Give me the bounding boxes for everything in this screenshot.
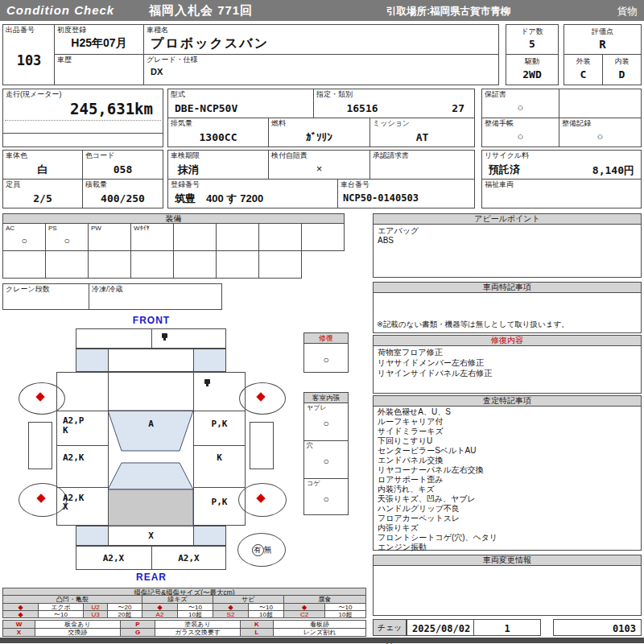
equipment-cell xyxy=(216,223,259,251)
rear-corner-right xyxy=(193,526,226,546)
cell-model-code: 型式 DBE-NCP50V xyxy=(167,89,314,118)
cell-chassis: 車台番号 NCP50-0140503 xyxy=(337,179,475,208)
score-label: 評価点 xyxy=(564,27,641,37)
displacement-label: 排気量 xyxy=(171,119,192,127)
cell-warranty: 保証書 ○ xyxy=(481,89,559,118)
check-code-cell: 0103 xyxy=(553,619,642,636)
vehicle-notes-box: 車両特記事項 ※記載のない書類・機器等は無しとして取り扱います。 xyxy=(373,282,642,333)
fuel-value: ｶﾞｿﾘﾝ xyxy=(269,131,369,143)
cell-color-code: 色コード 058 xyxy=(82,150,163,180)
legend-cell: 10超 xyxy=(248,610,284,618)
assessment-item: ハンドルグリップ不良 xyxy=(378,504,638,514)
check-label-cell: チェック xyxy=(373,619,407,636)
model-name-value: プロボックスバン xyxy=(151,35,269,52)
approval-label: 承認請求書 xyxy=(373,151,409,159)
panel-mark-left-front-door-2: K xyxy=(63,426,68,435)
body-line-quarter-r xyxy=(193,487,246,488)
panel-mark-back-panel: X xyxy=(108,531,194,540)
cabin-lining-title: 客室内張 xyxy=(304,393,348,403)
cabin-row-label: コゲ xyxy=(307,480,320,488)
body-line-door-l xyxy=(56,445,108,446)
designation-value-1: 16516 xyxy=(314,102,411,114)
assessment-item: フロアカーペットスレ xyxy=(378,514,638,523)
cell-grade: グレード・仕様 DX xyxy=(143,54,499,85)
model-code-value: DBE-NCP50V xyxy=(175,102,237,114)
cell-insurance: 検付自賠責 × xyxy=(268,150,370,180)
side-sill-left xyxy=(28,422,52,469)
color-code-value: 058 xyxy=(83,163,163,175)
equipment-cell-empty xyxy=(258,250,302,279)
cabin-lining-row: コゲ ○ xyxy=(304,478,348,517)
equipment-cell xyxy=(301,223,345,251)
side-sill-right xyxy=(250,422,274,469)
repair-details-list: 荷物室フロア修正 リヤサイドメンバー左右修正 リヤインサイドパネル左右修正 xyxy=(378,347,638,378)
capacity-value: 2/5 xyxy=(3,192,82,204)
change-info-title: 車両変更情報 xyxy=(374,555,641,566)
equipment-cell xyxy=(258,223,302,251)
reg-no-label: 登録番号 xyxy=(171,180,200,188)
assessment-item: 天張りキズ、凹み、ヤブレ xyxy=(378,494,638,504)
legend-cell: 10超 xyxy=(324,610,366,618)
body-color-value: 白 xyxy=(3,163,82,177)
cabin-row-mark: ○ xyxy=(304,456,348,467)
assessment-notes-list: 外装色褪せA、U、S ルーフキャリア付 サイドミラーキズ 下回りこすりU センタ… xyxy=(378,407,638,552)
repair-details-title: 修復内容 xyxy=(374,336,641,346)
equipment-cell: PW xyxy=(88,223,131,251)
maint-record-label: 整備記録 xyxy=(562,119,591,127)
equipment-cell xyxy=(173,223,217,251)
equipment-mark: ○ xyxy=(46,235,88,246)
legend-code-desc: ガラス交換要す xyxy=(155,628,241,637)
body-line-quarter-l xyxy=(56,487,108,488)
divider-solid xyxy=(3,133,163,134)
warranty-value: ○ xyxy=(482,101,559,114)
equipment-cell: AC ○ xyxy=(2,223,46,251)
warranty-label: 保証書 xyxy=(485,90,506,98)
equipment-cell: PS ○ xyxy=(45,223,89,251)
front-bumper-divider xyxy=(151,328,152,349)
cell-score: 評価点 R xyxy=(564,24,642,55)
front-cowl-left xyxy=(76,349,109,372)
first-reg-value: H25年07月 xyxy=(55,36,143,51)
cell-first-reg: 初度登録 H25年07月 xyxy=(54,24,144,55)
legend-code: C2 xyxy=(283,610,325,618)
mileage-label: 走行(現メーター) xyxy=(6,90,61,98)
panel-mark-rear-bumper-right: A2,X xyxy=(151,554,226,563)
equipment-cell-empty xyxy=(130,250,174,279)
score-value: R xyxy=(564,38,641,51)
recycle-label: リサイクル料 xyxy=(485,151,529,159)
spare-tire-present: 有 xyxy=(252,544,264,556)
cabin-row-mark: ○ xyxy=(304,418,348,429)
equipment-cell-empty xyxy=(88,250,131,279)
legend-cell: 10超 xyxy=(177,610,213,618)
panel-mark-left-quarter-2: X xyxy=(63,502,68,511)
panel-mark-right-rear-door: K xyxy=(193,453,246,462)
equipment-cell-empty xyxy=(173,250,217,279)
cargo-type: 貨物 xyxy=(617,5,638,19)
legend-cell: 〜10 xyxy=(38,610,84,618)
car-glass-roof-graphic xyxy=(108,372,194,526)
assessment-item: 外装色褪せA、U、S xyxy=(378,407,638,417)
pickup-location: 引取場所:福岡県古賀市青柳 xyxy=(386,5,510,19)
cell-capacity: 定員 2/5 xyxy=(2,179,83,208)
doors-value: 5 xyxy=(506,38,558,50)
assessment-item: エンドパネル交換 xyxy=(378,456,638,465)
equipment-mark: ○ xyxy=(3,235,45,246)
equipment-label: Wﾀｲﾔ xyxy=(134,225,150,233)
cell-mileage: 走行(現メーター) 245,631km xyxy=(2,89,163,147)
condition-sheet: Condition Check 福岡入札会 771回 引取場所:福岡県古賀市青柳… xyxy=(0,0,644,644)
recycle-fee: 8,140円 xyxy=(592,163,634,178)
cell-crane: クレーン段数 xyxy=(2,283,89,310)
refrigeration-label: 冷凍/冷蔵 xyxy=(92,285,123,293)
inspection-label: 車検期限 xyxy=(171,151,200,159)
chassis-value: NCP50-0140503 xyxy=(343,192,419,204)
footer-bar xyxy=(0,638,644,643)
cell-refrigeration: 冷凍/冷蔵 xyxy=(89,283,222,310)
cell-designation: 指定・類別 16516 27 xyxy=(313,89,475,118)
grade-value: DX xyxy=(151,67,163,76)
assessment-item: フロントシートコゲ(穴)、ヘタリ xyxy=(378,533,638,543)
front-label: FRONT xyxy=(103,315,200,326)
displacement-value: 1300CC xyxy=(168,131,268,143)
inspection-value: 抹消 xyxy=(178,163,199,177)
panel-mark-left-rear-door: A2,K xyxy=(63,453,85,462)
welfare-label: 福祉車両 xyxy=(485,180,514,188)
